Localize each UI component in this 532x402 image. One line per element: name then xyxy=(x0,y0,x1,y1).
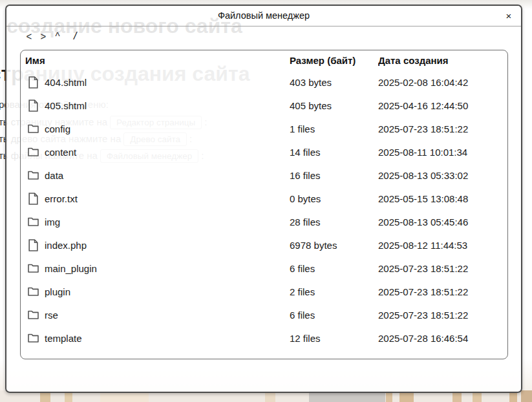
table-row[interactable]: template 12 files 2025-07-28 16:46:54 xyxy=(21,326,507,350)
table-body: 404.shtml 403 bytes 2025-02-08 16:04:42 … xyxy=(21,70,507,350)
file-size: 6978 bytes xyxy=(290,240,378,251)
file-name: img xyxy=(45,217,60,227)
file-name: template xyxy=(45,333,82,344)
file-created: 2025-05-15 13:08:48 xyxy=(378,193,507,204)
column-header-name: Имя xyxy=(21,55,290,66)
file-created: 2025-07-23 18:51:22 xyxy=(378,123,507,134)
dialog-title: Файловый менеджер xyxy=(6,10,521,21)
table-row[interactable]: data 16 files 2025-08-13 05:33:02 xyxy=(21,164,507,187)
file-icon xyxy=(27,76,39,89)
file-size: 12 files xyxy=(290,333,378,344)
folder-icon xyxy=(27,262,39,275)
folder-icon xyxy=(27,122,39,135)
file-size: 0 bytes xyxy=(290,193,378,204)
file-name: main_plugin xyxy=(45,263,97,274)
file-size: 405 bytes xyxy=(290,100,378,111)
file-created: 2025-02-08 16:04:42 xyxy=(378,77,507,88)
file-created: 2025-07-28 16:46:54 xyxy=(378,333,507,344)
folder-icon xyxy=(27,332,39,344)
file-size: 2 files xyxy=(290,286,378,297)
file-created: 2025-07-23 18:51:22 xyxy=(378,263,507,274)
file-icon xyxy=(27,238,39,251)
file-name: data xyxy=(45,170,63,181)
file-name: plugin xyxy=(45,286,70,297)
table-row[interactable]: index.php 6978 bytes 2025-08-12 11:44:53 xyxy=(21,233,507,257)
file-name: 404.shtml xyxy=(45,77,87,88)
file-icon xyxy=(27,99,39,112)
file-name: index.php xyxy=(45,240,87,251)
table-row[interactable]: 405.shtml 405 bytes 2025-04-16 12:44:50 xyxy=(21,94,507,117)
nav-back-button[interactable]: < xyxy=(23,28,35,44)
file-created: 2025-08-11 10:01:34 xyxy=(378,147,507,158)
table-row[interactable]: error.txt 0 bytes 2025-05-15 13:08:48 xyxy=(21,187,507,210)
nav-forward-button[interactable]: > xyxy=(37,28,49,44)
file-created: 2025-08-12 11:44:53 xyxy=(378,240,507,251)
table-row[interactable]: img 28 files 2025-08-13 05:45:46 xyxy=(21,210,507,233)
file-created: 2025-07-23 18:51:22 xyxy=(378,310,507,321)
file-created: 2025-04-16 12:44:50 xyxy=(378,100,507,111)
nav-up-button[interactable]: ^ xyxy=(52,28,63,44)
file-size: 1 files xyxy=(290,123,378,134)
file-name: content xyxy=(45,147,76,158)
file-created: 2025-08-13 05:33:02 xyxy=(378,170,507,181)
file-table: Имя Размер (байт) Дата создания 404.shtm… xyxy=(20,50,508,359)
file-size: 6 files xyxy=(290,310,378,321)
file-created: 2025-07-23 18:51:22 xyxy=(378,286,507,297)
file-name: 405.shtml xyxy=(45,100,87,111)
table-row[interactable]: 404.shtml 403 bytes 2025-02-08 16:04:42 xyxy=(21,70,507,94)
table-row[interactable]: rse 6 files 2025-07-23 18:51:22 xyxy=(21,303,507,326)
file-size: 403 bytes xyxy=(290,77,378,88)
navigation-bar: < > ^ / xyxy=(6,26,521,46)
folder-icon xyxy=(27,215,39,228)
column-header-size: Размер (байт) xyxy=(290,55,378,66)
folder-icon xyxy=(27,285,39,298)
file-name: rse xyxy=(45,310,58,321)
close-button[interactable]: × xyxy=(502,8,516,23)
file-name: config xyxy=(45,123,70,134)
file-size: 28 files xyxy=(290,217,378,227)
current-path: / xyxy=(74,30,76,42)
file-created: 2025-08-13 05:45:46 xyxy=(378,217,507,227)
table-row[interactable]: content 14 files 2025-08-11 10:01:34 xyxy=(21,140,507,164)
file-size: 6 files xyxy=(290,263,378,274)
file-name: error.txt xyxy=(45,193,78,204)
file-manager-dialog: Файловый менеджер × < > ^ / Имя Размер (… xyxy=(5,5,522,393)
table-row[interactable]: config 1 files 2025-07-23 18:51:22 xyxy=(21,117,507,140)
folder-icon xyxy=(27,145,39,158)
file-size: 14 files xyxy=(290,147,378,158)
dialog-titlebar: Файловый менеджер × xyxy=(6,6,521,26)
table-header-row: Имя Размер (байт) Дата создания xyxy=(21,50,507,70)
column-header-created: Дата создания xyxy=(378,55,507,66)
folder-icon xyxy=(27,169,39,182)
table-row[interactable]: main_plugin 6 files 2025-07-23 18:51:22 xyxy=(21,257,507,280)
table-row[interactable]: plugin 2 files 2025-07-23 18:51:22 xyxy=(21,280,507,303)
file-icon xyxy=(27,192,39,205)
folder-icon xyxy=(27,308,39,321)
file-size: 16 files xyxy=(290,170,378,181)
